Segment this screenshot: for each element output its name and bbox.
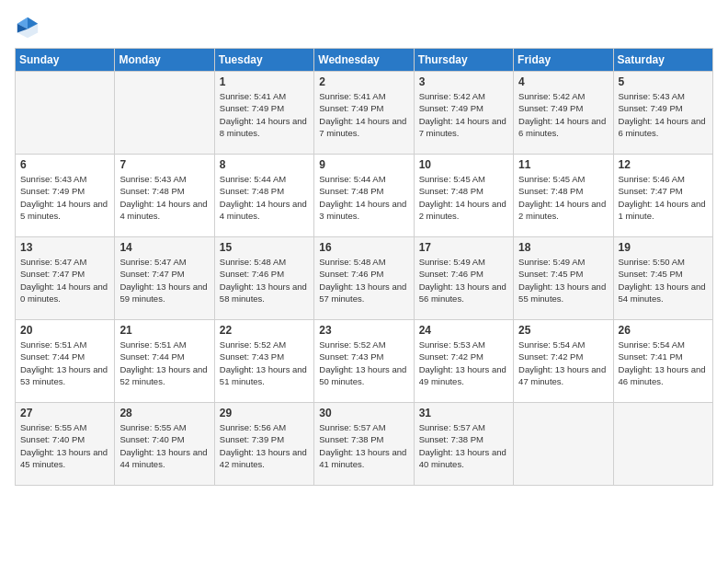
day-number: 11 (518, 158, 608, 171)
weekday-header-tuesday: Tuesday (214, 49, 313, 72)
calendar-cell: 20Sunrise: 5:51 AM Sunset: 7:44 PM Dayli… (16, 320, 115, 403)
day-info: Sunrise: 5:41 AM Sunset: 7:49 PM Dayligh… (220, 90, 309, 139)
calendar-cell: 27Sunrise: 5:55 AM Sunset: 7:40 PM Dayli… (16, 403, 115, 486)
calendar-week-2: 6Sunrise: 5:43 AM Sunset: 7:49 PM Daylig… (16, 155, 713, 237)
day-number: 10 (419, 158, 508, 171)
day-number: 6 (20, 158, 109, 171)
day-info: Sunrise: 5:47 AM Sunset: 7:47 PM Dayligh… (20, 256, 109, 304)
calendar-cell: 6Sunrise: 5:43 AM Sunset: 7:49 PM Daylig… (16, 155, 115, 237)
calendar-cell: 29Sunrise: 5:56 AM Sunset: 7:39 PM Dayli… (214, 403, 313, 486)
calendar-cell: 12Sunrise: 5:46 AM Sunset: 7:47 PM Dayli… (613, 155, 712, 237)
day-number: 7 (119, 158, 209, 171)
day-info: Sunrise: 5:57 AM Sunset: 7:38 PM Dayligh… (319, 421, 408, 470)
day-info: Sunrise: 5:55 AM Sunset: 7:40 PM Dayligh… (20, 421, 109, 470)
day-number: 18 (518, 241, 608, 254)
calendar-cell: 22Sunrise: 5:52 AM Sunset: 7:43 PM Dayli… (214, 320, 313, 403)
calendar-cell: 7Sunrise: 5:43 AM Sunset: 7:48 PM Daylig… (115, 155, 214, 237)
weekday-row: SundayMondayTuesdayWednesdayThursdayFrid… (16, 49, 713, 72)
day-number: 20 (20, 324, 109, 337)
calendar-header: SundayMondayTuesdayWednesdayThursdayFrid… (16, 49, 713, 72)
calendar-cell: 25Sunrise: 5:54 AM Sunset: 7:42 PM Dayli… (514, 320, 613, 403)
calendar-cell: 23Sunrise: 5:52 AM Sunset: 7:43 PM Dayli… (314, 320, 414, 403)
day-number: 29 (220, 407, 309, 419)
day-info: Sunrise: 5:44 AM Sunset: 7:48 PM Dayligh… (220, 173, 309, 222)
calendar-cell: 2Sunrise: 5:41 AM Sunset: 7:49 PM Daylig… (314, 72, 414, 155)
day-info: Sunrise: 5:52 AM Sunset: 7:43 PM Dayligh… (319, 339, 408, 387)
day-info: Sunrise: 5:51 AM Sunset: 7:44 PM Dayligh… (20, 339, 109, 387)
day-number: 8 (220, 158, 309, 171)
day-info: Sunrise: 5:41 AM Sunset: 7:49 PM Dayligh… (319, 90, 408, 139)
day-info: Sunrise: 5:49 AM Sunset: 7:45 PM Dayligh… (518, 256, 608, 304)
day-number: 1 (220, 75, 309, 88)
calendar-cell (514, 403, 613, 486)
calendar-cell: 30Sunrise: 5:57 AM Sunset: 7:38 PM Dayli… (314, 403, 414, 486)
day-info: Sunrise: 5:45 AM Sunset: 7:48 PM Dayligh… (419, 173, 508, 222)
day-number: 3 (419, 75, 508, 88)
weekday-header-saturday: Saturday (613, 49, 712, 72)
calendar-cell: 8Sunrise: 5:44 AM Sunset: 7:48 PM Daylig… (214, 155, 313, 237)
logo-icon (15, 15, 40, 40)
day-number: 21 (119, 324, 209, 337)
calendar-cell: 26Sunrise: 5:54 AM Sunset: 7:41 PM Dayli… (613, 320, 712, 403)
calendar-cell: 18Sunrise: 5:49 AM Sunset: 7:45 PM Dayli… (514, 237, 613, 320)
calendar-cell: 11Sunrise: 5:45 AM Sunset: 7:48 PM Dayli… (514, 155, 613, 237)
day-info: Sunrise: 5:44 AM Sunset: 7:48 PM Dayligh… (319, 173, 408, 222)
day-info: Sunrise: 5:48 AM Sunset: 7:46 PM Dayligh… (220, 256, 309, 304)
day-number: 12 (619, 158, 708, 171)
calendar-week-1: 1Sunrise: 5:41 AM Sunset: 7:49 PM Daylig… (16, 72, 713, 155)
day-number: 26 (619, 324, 708, 337)
calendar-cell: 9Sunrise: 5:44 AM Sunset: 7:48 PM Daylig… (314, 155, 414, 237)
calendar-cell (16, 72, 115, 155)
day-info: Sunrise: 5:57 AM Sunset: 7:38 PM Dayligh… (419, 421, 508, 470)
day-number: 30 (319, 407, 408, 419)
calendar-cell: 4Sunrise: 5:42 AM Sunset: 7:49 PM Daylig… (514, 72, 613, 155)
calendar-cell: 1Sunrise: 5:41 AM Sunset: 7:49 PM Daylig… (214, 72, 313, 155)
day-number: 24 (419, 324, 508, 337)
calendar-week-3: 13Sunrise: 5:47 AM Sunset: 7:47 PM Dayli… (16, 237, 713, 320)
calendar-week-4: 20Sunrise: 5:51 AM Sunset: 7:44 PM Dayli… (16, 320, 713, 403)
calendar-body: 1Sunrise: 5:41 AM Sunset: 7:49 PM Daylig… (16, 72, 713, 486)
day-number: 17 (419, 241, 508, 254)
page-header (15, 15, 713, 40)
calendar-table: SundayMondayTuesdayWednesdayThursdayFrid… (15, 48, 713, 486)
calendar-cell: 19Sunrise: 5:50 AM Sunset: 7:45 PM Dayli… (613, 237, 712, 320)
day-info: Sunrise: 5:50 AM Sunset: 7:45 PM Dayligh… (619, 256, 708, 304)
day-info: Sunrise: 5:47 AM Sunset: 7:47 PM Dayligh… (119, 256, 209, 304)
day-info: Sunrise: 5:54 AM Sunset: 7:42 PM Dayligh… (518, 339, 608, 387)
day-info: Sunrise: 5:42 AM Sunset: 7:49 PM Dayligh… (419, 90, 508, 139)
day-info: Sunrise: 5:43 AM Sunset: 7:49 PM Dayligh… (619, 90, 708, 139)
calendar-week-5: 27Sunrise: 5:55 AM Sunset: 7:40 PM Dayli… (16, 403, 713, 486)
day-number: 2 (319, 75, 408, 88)
day-number: 31 (419, 407, 508, 419)
day-info: Sunrise: 5:48 AM Sunset: 7:46 PM Dayligh… (319, 256, 408, 304)
day-info: Sunrise: 5:42 AM Sunset: 7:49 PM Dayligh… (518, 90, 608, 139)
day-number: 22 (220, 324, 309, 337)
day-info: Sunrise: 5:53 AM Sunset: 7:42 PM Dayligh… (419, 339, 508, 387)
calendar-cell: 21Sunrise: 5:51 AM Sunset: 7:44 PM Dayli… (115, 320, 214, 403)
day-number: 5 (619, 75, 708, 88)
calendar-cell: 16Sunrise: 5:48 AM Sunset: 7:46 PM Dayli… (314, 237, 414, 320)
calendar-cell: 31Sunrise: 5:57 AM Sunset: 7:38 PM Dayli… (414, 403, 513, 486)
day-number: 16 (319, 241, 408, 254)
day-info: Sunrise: 5:49 AM Sunset: 7:46 PM Dayligh… (419, 256, 508, 304)
logo (15, 15, 44, 40)
day-number: 23 (319, 324, 408, 337)
weekday-header-sunday: Sunday (16, 49, 115, 72)
day-number: 28 (119, 407, 209, 419)
weekday-header-monday: Monday (115, 49, 214, 72)
day-info: Sunrise: 5:56 AM Sunset: 7:39 PM Dayligh… (220, 421, 309, 470)
day-number: 25 (518, 324, 608, 337)
calendar-cell (115, 72, 214, 155)
calendar-cell: 15Sunrise: 5:48 AM Sunset: 7:46 PM Dayli… (214, 237, 313, 320)
day-info: Sunrise: 5:51 AM Sunset: 7:44 PM Dayligh… (119, 339, 209, 387)
calendar-cell (613, 403, 712, 486)
weekday-header-friday: Friday (514, 49, 613, 72)
day-info: Sunrise: 5:45 AM Sunset: 7:48 PM Dayligh… (518, 173, 608, 222)
calendar-cell: 5Sunrise: 5:43 AM Sunset: 7:49 PM Daylig… (613, 72, 712, 155)
day-number: 27 (20, 407, 109, 419)
weekday-header-thursday: Thursday (414, 49, 513, 72)
day-info: Sunrise: 5:43 AM Sunset: 7:48 PM Dayligh… (119, 173, 209, 222)
calendar-cell: 10Sunrise: 5:45 AM Sunset: 7:48 PM Dayli… (414, 155, 513, 237)
day-number: 19 (619, 241, 708, 254)
calendar-cell: 24Sunrise: 5:53 AM Sunset: 7:42 PM Dayli… (414, 320, 513, 403)
